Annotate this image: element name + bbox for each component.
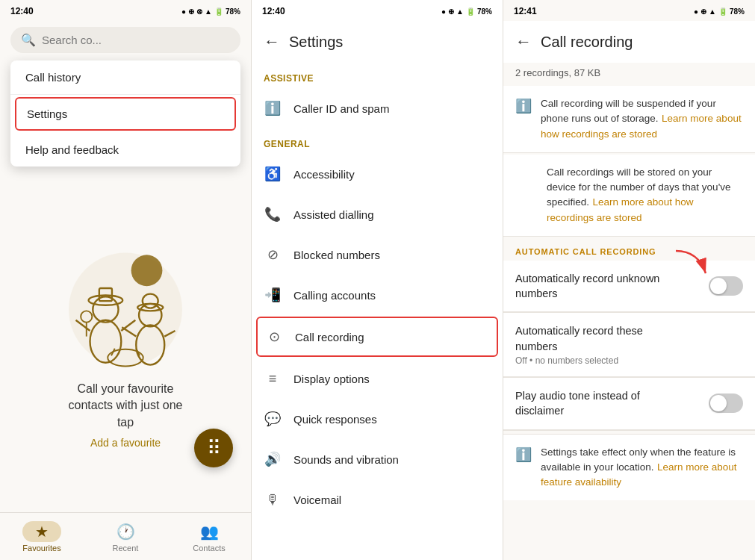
- sounds-icon: 🔊: [264, 450, 282, 468]
- section-label-general: GENERAL: [252, 128, 503, 154]
- search-bar[interactable]: 🔍: [10, 27, 240, 53]
- call-recording-title: Call recording: [541, 34, 633, 51]
- dialpad-icon: ⠿: [207, 437, 221, 460]
- recordings-count: 2 recordings, 87 KB: [503, 63, 755, 86]
- toggle-row-unknown-numbers: Automatically record unknown numbers: [503, 261, 755, 313]
- toggle-knob-3: [710, 395, 727, 411]
- toggle-row-these-numbers[interactable]: Automatically record these numbers Off •…: [503, 313, 755, 377]
- menu-settings[interactable]: Settings: [15, 97, 236, 131]
- contacts-icon: 👥: [199, 521, 220, 542]
- status-bar-2: 12:40 ● ⊕ ▲ 🔋 78%: [252, 0, 503, 21]
- add-favourite-link[interactable]: Add a favourite: [90, 437, 161, 449]
- dialpad-fab[interactable]: ⠿: [194, 429, 233, 467]
- status-icons-2: ● ⊕ ▲ 🔋 78%: [441, 7, 492, 16]
- display-options-icon: ≡: [264, 370, 282, 388]
- bottom-nav: ★ Favourites 🕐 Recent 👥 Contacts: [0, 512, 251, 560]
- recent-icon: 🕐: [115, 521, 136, 542]
- status-bar-3: 12:41 ● ⊕ ▲ 🔋 78%: [503, 0, 755, 21]
- call-recording-icon: ⊙: [265, 328, 283, 346]
- dropdown-menu: Call history Settings Help and feedback: [10, 60, 240, 167]
- menu-call-history[interactable]: Call history: [10, 60, 240, 95]
- nav-contacts[interactable]: 👥 Contacts: [167, 513, 251, 560]
- settings-header: ← Settings: [252, 21, 503, 63]
- info-text-2: Call recordings will be stored on your d…: [547, 165, 743, 225]
- star-icon: ★: [22, 521, 61, 542]
- back-button[interactable]: ←: [264, 34, 280, 50]
- info-text-1: Call recording will be suspended if your…: [541, 96, 743, 142]
- settings-blocked-numbers[interactable]: ⊘ Blocked numbers: [252, 234, 503, 275]
- settings-title: Settings: [289, 34, 343, 51]
- status-bar-1: 12:40 ● ⊕ ⊗ ▲ 🔋 78%: [0, 0, 251, 21]
- settings-calling-accounts[interactable]: 📲 Calling accounts: [252, 275, 503, 315]
- toggle3-label-text: Play audio tone instead of disclaimer: [515, 388, 692, 419]
- accessibility-icon: ♿: [264, 165, 282, 183]
- panel1-body: Call your favourite contacts with just o…: [0, 168, 251, 512]
- svg-point-1: [131, 255, 163, 286]
- auto-section-label: AUTOMATIC CALL RECORDING: [503, 237, 755, 261]
- settings-sounds[interactable]: 🔊 Sounds and vibration: [252, 439, 503, 479]
- back-button-3[interactable]: ←: [515, 34, 532, 50]
- settings-quick-responses[interactable]: 💬 Quick responses: [252, 399, 503, 439]
- info-section-2: Call recordings will be stored on your d…: [503, 155, 755, 237]
- toggle2-label-text: Automatically record these numbers Off •…: [515, 323, 688, 366]
- panel-favourites: 12:40 ● ⊕ ⊗ ▲ 🔋 78% 🔍 Call history Setti…: [0, 0, 252, 560]
- settings-voicemail[interactable]: 🎙 Voicemail: [252, 479, 503, 520]
- settings-accessibility[interactable]: ♿ Accessibility: [252, 154, 503, 194]
- bottom-info: ℹ️ Settings take effect only when the fe…: [503, 434, 755, 501]
- calling-accounts-icon: 📲: [264, 286, 282, 304]
- status-time-3: 12:41: [514, 6, 537, 16]
- info-row-2: Call recordings will be stored on your d…: [515, 165, 743, 225]
- settings-assisted-dialling[interactable]: 📞 Assisted dialling: [252, 194, 503, 234]
- info-row-1: ℹ️ Call recording will be suspended if y…: [515, 96, 743, 142]
- toggle-row-audio-tone: Play audio tone instead of disclaimer: [503, 378, 755, 430]
- toggle1-label-text: Automatically record unknown numbers: [515, 271, 705, 302]
- panel-settings: 12:40 ● ⊕ ▲ 🔋 78% ← Settings ASSISTIVE ℹ…: [252, 0, 503, 560]
- settings-call-recording[interactable]: ⊙ Call recording: [256, 317, 498, 357]
- illustration-title: Call your favourite contacts with just o…: [69, 381, 183, 431]
- nav-recent[interactable]: 🕐 Recent: [84, 513, 167, 560]
- status-icons-1: ● ⊕ ⊗ ▲ 🔋 78%: [181, 7, 240, 16]
- toggle-unknown-numbers[interactable]: [709, 276, 743, 296]
- assisted-dialling-icon: 📞: [264, 205, 282, 223]
- info-icon-1: ℹ️: [515, 98, 532, 114]
- call-recording-header: ← Call recording: [503, 21, 755, 63]
- toggle-knob-1: [710, 278, 727, 294]
- status-time-1: 12:40: [10, 6, 34, 16]
- panel-call-recording: 12:41 ● ⊕ ▲ 🔋 78% ← Call recording 2 rec…: [503, 0, 755, 560]
- bottom-info-row: ℹ️ Settings take effect only when the fe…: [515, 445, 743, 491]
- menu-help-feedback[interactable]: Help and feedback: [10, 133, 240, 167]
- bottom-info-icon: ℹ️: [515, 447, 532, 463]
- call-recording-content: 2 recordings, 87 KB ℹ️ Call recording wi…: [503, 63, 755, 560]
- illustration-svg: [55, 231, 196, 373]
- status-icons-3: ● ⊕ ▲ 🔋 78%: [694, 7, 745, 16]
- settings-display-options[interactable]: ≡ Display options: [252, 358, 503, 399]
- caller-id-icon: ℹ️: [264, 99, 282, 117]
- quick-responses-icon: 💬: [264, 410, 282, 428]
- nav-favourites[interactable]: ★ Favourites: [0, 513, 84, 560]
- search-icon: 🔍: [21, 33, 36, 47]
- divider-3: [503, 430, 755, 431]
- status-time-2: 12:40: [262, 6, 285, 16]
- search-input[interactable]: [42, 34, 230, 46]
- section-label-assistive: ASSISTIVE: [252, 63, 503, 88]
- voicemail-icon: 🎙: [264, 491, 282, 508]
- settings-caller-id[interactable]: ℹ️ Caller ID and spam: [252, 88, 503, 128]
- settings-list: ASSISTIVE ℹ️ Caller ID and spam GENERAL …: [252, 63, 503, 560]
- info-section-1: ℹ️ Call recording will be suspended if y…: [503, 86, 755, 153]
- toggle-audio-tone[interactable]: [709, 393, 743, 413]
- blocked-icon: ⊘: [264, 246, 282, 264]
